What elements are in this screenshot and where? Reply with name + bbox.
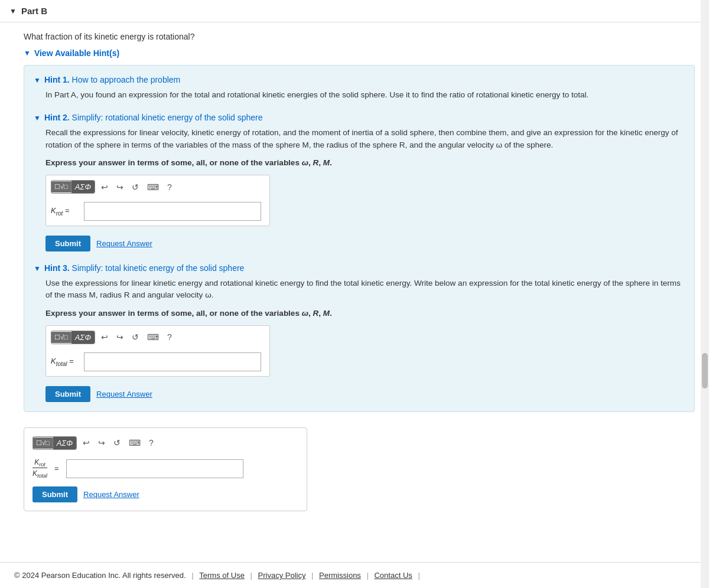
main-refresh-btn[interactable]: ↺: [111, 437, 123, 449]
main-content: What fraction of its kinetic energy is r…: [0, 22, 709, 521]
main-help-btn[interactable]: ?: [147, 437, 156, 449]
hint-3-refresh-btn[interactable]: ↺: [129, 331, 141, 343]
hint-3-ktotal-label: Ktotal =: [51, 357, 80, 367]
footer-terms-link[interactable]: Terms of Use: [199, 571, 245, 580]
hint-2-redo-btn[interactable]: ↪: [114, 181, 126, 193]
hint-2-toolbar: ☐√□ ΑΣΦ ↩ ↪ ↺ ⌨ ?: [51, 180, 265, 197]
hint-3-toolbar-group[interactable]: ☐√□ ΑΣΦ: [51, 331, 95, 344]
main-request-answer-btn[interactable]: Request Answer: [83, 490, 139, 499]
hint-2-arrow: ▼: [34, 114, 41, 122]
hint-3-keyboard-btn[interactable]: ⌨: [145, 331, 161, 343]
hint-3-math-input-area: ☐√□ ΑΣΦ ↩ ↪ ↺ ⌨ ? Ktotal =: [45, 325, 270, 377]
part-b-collapse-arrow[interactable]: ▼: [9, 7, 17, 15]
hint-2-refresh-btn[interactable]: ↺: [129, 181, 141, 193]
footer-sep-5: |: [418, 571, 419, 580]
main-submit-btn[interactable]: Submit: [32, 486, 77, 502]
hint-2-toolbar-group[interactable]: ☐√□ ΑΣΦ: [51, 180, 95, 194]
hint-3-ktotal-input[interactable]: [84, 352, 261, 371]
part-b-header: ▼ Part B: [0, 0, 709, 22]
main-toolbar-matrix-icon: ☐√□: [33, 437, 53, 449]
scrollbar-track[interactable]: [701, 0, 709, 588]
hint-3-title[interactable]: ▼ Hint 3. Simplify: total kinetic energy…: [34, 263, 685, 273]
hint-1-label: Hint 1. How to approach the problem: [44, 75, 180, 84]
hints-toggle[interactable]: ▼ View Available Hint(s): [24, 48, 695, 58]
hint-2-math-label: Krot =: [51, 202, 265, 221]
hint-3-toolbar-matrix-icon: ☐√□: [51, 332, 71, 343]
main-toolbar-group[interactable]: ☐√□ ΑΣΦ: [32, 436, 77, 450]
hint-2-krot-label: Krot =: [51, 206, 80, 217]
footer-contact-link[interactable]: Contact Us: [374, 571, 412, 580]
hint-3-section: ▼ Hint 3. Simplify: total kinetic energy…: [34, 263, 685, 402]
hint-2-toolbar-matrix-icon: ☐√□: [51, 181, 71, 192]
footer-copyright: © 2024 Pearson Education Inc. All rights…: [14, 571, 186, 580]
main-redo-btn[interactable]: ↪: [96, 437, 108, 449]
main-denominator: Ktotal: [32, 468, 47, 479]
hint-3-help-btn[interactable]: ?: [165, 331, 174, 343]
hints-toggle-arrow: ▼: [24, 49, 31, 57]
hint-2-submit-btn[interactable]: Submit: [45, 236, 90, 251]
hint-2-krot-input[interactable]: [84, 202, 261, 221]
hint-3-toolbar: ☐√□ ΑΣΦ ↩ ↪ ↺ ⌨ ?: [51, 331, 265, 348]
main-btn-row: Submit Request Answer: [32, 486, 298, 502]
hints-container: ▼ Hint 1. How to approach the problem In…: [24, 65, 695, 412]
hint-3-submit-btn[interactable]: Submit: [45, 386, 90, 402]
scrollbar-thumb[interactable]: [702, 353, 708, 388]
hint-1-section: ▼ Hint 1. How to approach the problem In…: [34, 75, 685, 101]
main-equals: =: [54, 464, 59, 473]
footer-sep-2: |: [251, 571, 255, 580]
hints-toggle-label: View Available Hint(s): [34, 48, 119, 58]
hint-2-section: ▼ Hint 2. Simplify: rotational kinetic e…: [34, 113, 685, 251]
hint-2-undo-btn[interactable]: ↩: [99, 181, 110, 193]
question-text: What fraction of its kinetic energy is r…: [24, 32, 695, 41]
main-answer-input[interactable]: [66, 459, 243, 478]
hint-2-keyboard-btn[interactable]: ⌨: [145, 181, 161, 193]
hint-2-instruction: Express your answer in terms of some, al…: [45, 157, 685, 169]
main-fraction-label: Krot Ktotal: [32, 458, 47, 479]
footer-sep-1: |: [191, 571, 196, 580]
main-numerator: Krot: [34, 458, 45, 468]
hint-3-label: Hint 3. Simplify: total kinetic energy o…: [44, 263, 244, 273]
footer: © 2024 Pearson Education Inc. All rights…: [0, 562, 709, 588]
hint-3-undo-btn[interactable]: ↩: [99, 331, 110, 343]
hint-2-label: Hint 2. Simplify: rotational kinetic ene…: [44, 113, 263, 122]
hint-3-request-answer-btn[interactable]: Request Answer: [96, 390, 152, 398]
hint-1-title[interactable]: ▼ Hint 1. How to approach the problem: [34, 75, 685, 84]
footer-sep-4: |: [366, 571, 370, 580]
footer-privacy-link[interactable]: Privacy Policy: [258, 571, 306, 580]
main-keyboard-btn[interactable]: ⌨: [126, 437, 143, 449]
hint-1-arrow: ▼: [34, 76, 41, 84]
hint-1-body: In Part A, you found an expression for t…: [34, 89, 685, 101]
part-b-title: Part B: [21, 6, 47, 16]
hint-3-arrow: ▼: [34, 264, 41, 273]
main-toolbar-greek: ΑΣΦ: [53, 437, 76, 449]
hint-3-redo-btn[interactable]: ↪: [114, 331, 126, 343]
hint-2-body: Recall the expressions for linear veloci…: [34, 127, 685, 251]
hint-3-math-label: Ktotal =: [51, 352, 265, 371]
main-math-label: Krot Ktotal =: [32, 458, 298, 479]
hint-3-body: Use the expressions for linear kinetic e…: [34, 277, 685, 402]
hint-3-text: Use the expressions for linear kinetic e…: [45, 277, 685, 302]
hint-3-btn-row: Submit Request Answer: [45, 386, 685, 402]
hint-3-toolbar-greek: ΑΣΦ: [71, 331, 95, 344]
hint-2-btn-row: Submit Request Answer: [45, 236, 685, 251]
hint-2-title[interactable]: ▼ Hint 2. Simplify: rotational kinetic e…: [34, 113, 685, 122]
main-answer-section: ☐√□ ΑΣΦ ↩ ↪ ↺ ⌨ ? Krot Ktotal = Submit R…: [24, 427, 307, 511]
footer-sep-3: |: [311, 571, 316, 580]
main-undo-btn[interactable]: ↩: [80, 437, 92, 449]
hint-2-toolbar-greek: ΑΣΦ: [71, 181, 95, 193]
hint-2-help-btn[interactable]: ?: [165, 181, 174, 193]
hint-3-instruction: Express your answer in terms of some, al…: [45, 308, 685, 319]
hint-2-math-input-area: ☐√□ ΑΣΦ ↩ ↪ ↺ ⌨ ? Krot =: [45, 175, 270, 226]
page-container: ▼ Part B What fraction of its kinetic en…: [0, 0, 709, 521]
footer-permissions-link[interactable]: Permissions: [319, 571, 361, 580]
hint-2-text: Recall the expressions for linear veloci…: [45, 127, 685, 151]
main-toolbar: ☐√□ ΑΣΦ ↩ ↪ ↺ ⌨ ?: [32, 436, 298, 453]
hint-2-request-answer-btn[interactable]: Request Answer: [96, 239, 152, 248]
hint-1-text: In Part A, you found an expression for t…: [45, 89, 685, 101]
